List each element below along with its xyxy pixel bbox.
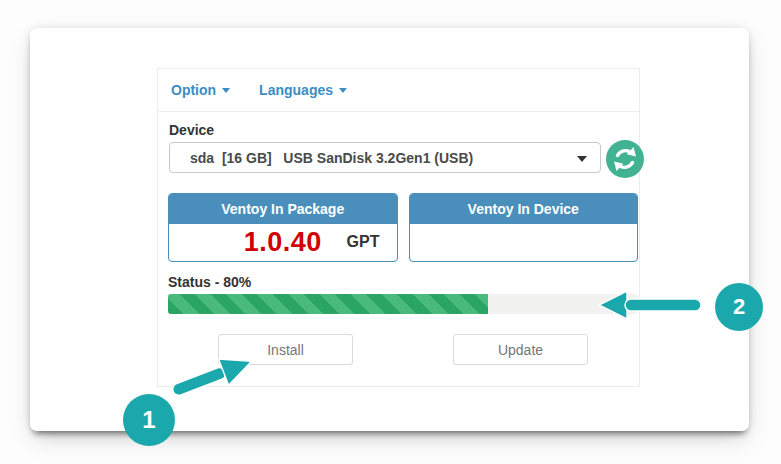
caret-down-icon bbox=[339, 88, 347, 93]
device-select[interactable]: sda [16 GB] USB SanDisk 3.2Gen1 (USB) bbox=[169, 142, 601, 173]
progress-bar bbox=[168, 294, 638, 314]
menu-bar: Option Languages bbox=[158, 69, 639, 112]
annotation-badge-2: 2 bbox=[715, 283, 763, 331]
update-button[interactable]: Update bbox=[453, 334, 588, 365]
package-version: 1.0.40 bbox=[244, 227, 322, 258]
annotation-arrow-to-progress bbox=[597, 287, 703, 327]
version-panels-row: Ventoy In Package 1.0.40 GPT Ventoy In D… bbox=[168, 193, 638, 262]
update-column: Update bbox=[403, 334, 638, 365]
languages-menu-label: Languages bbox=[259, 82, 333, 98]
option-menu[interactable]: Option bbox=[171, 82, 230, 98]
ventoy-panel: Option Languages Device sda [16 GB] USB … bbox=[157, 68, 640, 387]
status-label: Status - 80% bbox=[168, 274, 251, 290]
device-select-value: sda [16 GB] USB SanDisk 3.2Gen1 (USB) bbox=[190, 150, 473, 166]
refresh-icon bbox=[605, 139, 645, 179]
ventoy-in-package-panel: Ventoy In Package 1.0.40 GPT bbox=[168, 193, 398, 262]
annotation-badge-2-number: 2 bbox=[733, 294, 745, 320]
caret-down-icon bbox=[222, 88, 230, 93]
select-caret-down-icon bbox=[577, 156, 587, 162]
app-window: Option Languages Device sda [16 GB] USB … bbox=[30, 28, 749, 431]
annotation-badge-1: 1 bbox=[123, 394, 175, 446]
ventoy-in-device-title: Ventoy In Device bbox=[410, 194, 638, 224]
languages-menu[interactable]: Languages bbox=[259, 82, 347, 98]
device-label: Device bbox=[169, 122, 214, 138]
annotation-badge-1-number: 1 bbox=[142, 406, 155, 434]
option-menu-label: Option bbox=[171, 82, 216, 98]
partition-style-label: GPT bbox=[347, 233, 380, 251]
progress-bar-fill bbox=[168, 294, 488, 314]
ventoy-in-device-panel: Ventoy In Device bbox=[409, 193, 639, 262]
ventoy-in-package-body: 1.0.40 GPT bbox=[169, 224, 397, 261]
refresh-devices-button[interactable] bbox=[605, 139, 645, 179]
ventoy-in-package-title: Ventoy In Package bbox=[169, 194, 397, 224]
ventoy-in-device-body bbox=[410, 224, 638, 261]
